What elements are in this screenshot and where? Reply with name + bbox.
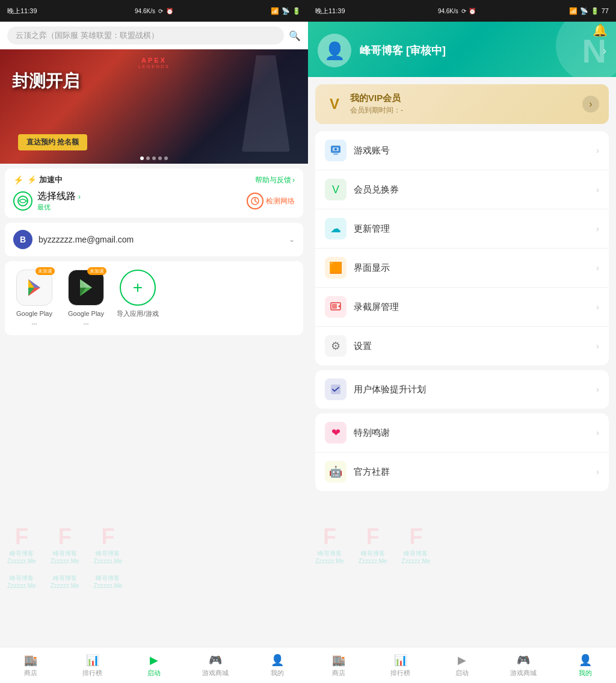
accel-title: ⚡ ⚡ 加速中	[13, 175, 63, 185]
profile-chevron-icon: ›	[603, 45, 606, 57]
nav-launch-left[interactable]: ▶ 启动	[123, 647, 185, 683]
menu-item-update[interactable]: ☁ 更新管理 ›	[315, 209, 609, 249]
nav-store-right[interactable]: 🏬 商店	[308, 647, 369, 683]
game-account-chevron-icon: ›	[596, 146, 599, 155]
nav-ranking-right[interactable]: 📊 排行榜	[369, 647, 431, 683]
help-link[interactable]: 帮助与反馈 ›	[255, 175, 295, 185]
profile-avatar: 👤	[318, 34, 351, 67]
nav-mine-left[interactable]: 👤 我的	[247, 647, 308, 683]
detect-button[interactable]: 检测网络	[247, 193, 295, 209]
update-label: 更新管理	[354, 223, 589, 235]
wifi-icon-right: 📡	[580, 7, 588, 15]
app-label-gplay1: Google Play ...	[13, 309, 55, 327]
menu-item-settings[interactable]: ⚙ 设置 ›	[315, 327, 609, 365]
banner-button[interactable]: 直达预约 抢名额	[18, 134, 87, 150]
menu-item-screen-record[interactable]: 录截屏管理 ›	[315, 288, 609, 327]
detect-icon	[247, 193, 263, 209]
account-email: byzzzzzz.me@gmail.com	[38, 235, 134, 244]
screen-record-icon	[325, 296, 346, 318]
nav-mine-right[interactable]: 👤 我的	[555, 647, 616, 683]
nav-ranking-label-left: 排行榜	[82, 669, 102, 678]
nav-launch-label-left: 启动	[147, 669, 161, 678]
nav-launch-right[interactable]: ▶ 启动	[431, 647, 493, 683]
route-select[interactable]: 选择线路 › 最优	[13, 190, 81, 212]
nav-store-label-right: 商店	[332, 669, 345, 678]
settings-label: 设置	[354, 341, 589, 352]
app-item-add[interactable]: + 导入应用/游戏	[117, 270, 159, 318]
vip-arrow-icon: ›	[582, 96, 599, 113]
menu-section-misc: ❤ 特别鸣谢 › 🤖 官方社群 ›	[315, 413, 609, 491]
community-icon: 🤖	[325, 461, 346, 483]
signal-icon-right: 📶	[569, 7, 578, 15]
status-time-left: 晚上11:39	[7, 7, 37, 16]
experience-chevron-icon: ›	[596, 385, 599, 394]
display-icon: 🟧	[325, 257, 346, 279]
nav-ranking-label-right: 排行榜	[390, 669, 410, 678]
bottom-nav-left: 🏬 商店 📊 排行榜 ▶ 启动 🎮 游戏商城 👤 我的	[0, 647, 308, 683]
vip-title: 我的VIP会员	[350, 93, 403, 104]
detect-label: 检测网络	[266, 196, 295, 206]
apex-text: APEX	[138, 57, 170, 64]
experience-icon	[325, 379, 346, 400]
game-store-icon-right: 🎮	[517, 654, 530, 667]
apex-logo: APEX LEGENDS	[138, 57, 170, 69]
profile-row[interactable]: 👤 峰哥博客 [审核中] ›	[318, 34, 606, 67]
dot-4	[158, 156, 162, 160]
nav-game-store-right[interactable]: 🎮 游戏商城	[493, 647, 554, 683]
ranking-icon-right: 📊	[394, 654, 407, 667]
community-label: 官方社群	[354, 466, 589, 478]
nav-game-store-left[interactable]: 🎮 游戏商城	[185, 647, 246, 683]
nav-game-store-label-right: 游戏商城	[510, 669, 537, 678]
accel-header: ⚡ ⚡ 加速中 帮助与反馈 ›	[13, 175, 295, 185]
nav-store-left[interactable]: 🏬 商店	[0, 647, 61, 683]
route-sub: 最优	[37, 203, 81, 212]
vip-card[interactable]: V 我的VIP会员 会员到期时间：- ›	[315, 84, 609, 124]
menu-item-display[interactable]: 🟧 界面显示 ›	[315, 249, 609, 288]
status-bar-right: 晚上11:39 94.6K/s ⟳ ⏰ 📶 📡 🔋 77	[308, 0, 616, 22]
app-label-add: 导入应用/游戏	[117, 309, 158, 318]
left-phone: 晚上11:39 94.6K/s ⟳ ⏰ 📶 📡 🔋 云顶之弈（国际服 英雄联盟：…	[0, 0, 308, 683]
route-icon	[13, 191, 32, 211]
search-bar: 云顶之弈（国际服 英雄联盟：联盟战棋） 🔍	[0, 22, 308, 49]
mine-icon-right: 👤	[579, 654, 592, 667]
dot-1	[140, 156, 144, 160]
watermark-left: F 峰哥博客 Zzzzzz.Me F 峰哥博客 Zzzzzz.Me F 峰哥博客…	[0, 521, 308, 641]
menu-item-community[interactable]: 🤖 官方社群 ›	[315, 453, 609, 491]
profile-header: 👤 峰哥博客 [审核中] ›	[308, 22, 616, 77]
display-chevron-icon: ›	[596, 263, 599, 273]
app-item-gplay1[interactable]: 未加速 Google Play ...	[13, 270, 55, 327]
vip-v-icon: V	[330, 96, 339, 113]
search-input-wrap[interactable]: 云顶之弈（国际服 英雄联盟：联盟战棋）	[7, 26, 284, 45]
route-info: 选择线路 › 最优	[37, 190, 81, 212]
profile-name: 峰哥博客 [审核中]	[360, 43, 594, 58]
ranking-icon-left: 📊	[86, 654, 99, 667]
store-icon-left: 🏬	[24, 654, 37, 667]
experience-label: 用户体验提升计划	[354, 384, 589, 395]
notification-bell[interactable]: 🔔	[593, 23, 608, 37]
app-item-gplay2[interactable]: 未加速 Google Play ...	[65, 270, 107, 327]
game-store-icon-left: 🎮	[209, 654, 222, 667]
account-section[interactable]: B byzzzzzz.me@gmail.com ⌄	[5, 223, 303, 256]
vip-left: V 我的VIP会员 会员到期时间：-	[325, 93, 403, 116]
search-icon[interactable]: 🔍	[289, 30, 301, 42]
mine-icon-left: 👤	[271, 654, 284, 667]
menu-item-member-voucher[interactable]: V 会员兑换券 ›	[315, 170, 609, 209]
accel-row: 选择线路 › 最优 检测网络	[13, 190, 295, 212]
apex-legends-text: LEGENDS	[138, 64, 170, 69]
voucher-label: 会员兑换券	[354, 184, 589, 196]
update-chevron-icon: ›	[596, 224, 599, 233]
nav-mine-label-left: 我的	[271, 669, 284, 678]
nav-ranking-left[interactable]: 📊 排行榜	[61, 647, 123, 683]
status-time-right: 晚上11:39	[315, 7, 345, 16]
status-icons-right: 📶 📡 🔋 77	[569, 7, 609, 15]
menu-item-thanks[interactable]: ❤ 特别鸣谢 ›	[315, 413, 609, 453]
screen-record-chevron-icon: ›	[596, 302, 599, 312]
menu-item-user-experience[interactable]: 用户体验提升计划 ›	[315, 370, 609, 409]
community-chevron-icon: ›	[596, 467, 599, 477]
dot-2	[146, 156, 150, 160]
nav-store-label-left: 商店	[24, 669, 37, 678]
accel-label: ⚡ 加速中	[27, 175, 63, 185]
voucher-icon: V	[325, 179, 346, 200]
menu-item-game-account[interactable]: 游戏账号 ›	[315, 131, 609, 170]
nav-launch-label-right: 启动	[455, 669, 469, 678]
